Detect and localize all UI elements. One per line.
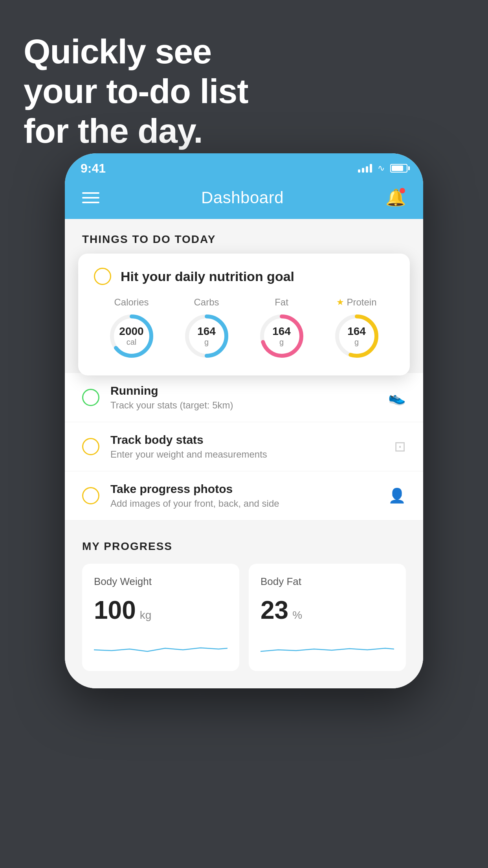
fat-ring: 164 g	[258, 313, 305, 360]
photos-name: Take progress photos	[110, 482, 377, 496]
body-fat-value: 23 %	[261, 596, 394, 625]
bodystats-checkbox[interactable]	[82, 438, 99, 455]
phone-screen: 9:41 ∿ Dashboard 🔔	[65, 153, 423, 688]
nutrition-circles: Calories 2000 cal	[94, 297, 394, 360]
todo-item-bodystats[interactable]: Track body stats Enter your weight and m…	[65, 422, 423, 471]
progress-cards: Body Weight 100 kg Body Fat 23 %	[82, 564, 406, 671]
bodystats-content: Track body stats Enter your weight and m…	[110, 433, 383, 460]
calories-item: Calories 2000 cal	[108, 297, 155, 360]
running-desc: Track your stats (target: 5km)	[110, 400, 377, 411]
battery-icon	[390, 164, 407, 173]
fat-item: Fat 164 g	[258, 297, 305, 360]
photos-icon: 👤	[388, 487, 406, 504]
body-weight-label: Body Weight	[94, 576, 227, 588]
notification-button[interactable]: 🔔	[385, 188, 406, 207]
todo-item-photos[interactable]: Take progress photos Add images of your …	[65, 471, 423, 520]
signal-icon	[358, 164, 372, 173]
body-weight-number: 100	[94, 596, 136, 625]
body-fat-label: Body Fat	[261, 576, 394, 588]
body-fat-unit: %	[292, 609, 302, 622]
progress-section: MY PROGRESS Body Weight 100 kg Body Fat	[65, 520, 423, 688]
menu-button[interactable]	[82, 192, 99, 203]
status-bar: 9:41 ∿	[65, 153, 423, 180]
todo-item-running[interactable]: Running Track your stats (target: 5km) 👟	[65, 373, 423, 422]
carbs-label: Carbs	[194, 297, 219, 308]
photos-desc: Add images of your front, back, and side	[110, 498, 377, 509]
todo-list: Running Track your stats (target: 5km) 👟…	[65, 373, 423, 520]
bodystats-icon: ⊡	[394, 438, 406, 455]
progress-title: MY PROGRESS	[82, 540, 406, 553]
fat-label: Fat	[275, 297, 288, 308]
calories-label: Calories	[114, 297, 149, 308]
nutrition-card-header: Hit your daily nutrition goal	[94, 268, 394, 285]
running-name: Running	[110, 384, 377, 397]
bodystats-desc: Enter your weight and measurements	[110, 449, 383, 460]
status-time: 9:41	[81, 161, 106, 176]
body-weight-chart	[94, 634, 227, 658]
protein-item: ★ Protein 164 g	[333, 297, 380, 360]
carbs-item: Carbs 164 g	[183, 297, 230, 360]
nutrition-card-title: Hit your daily nutrition goal	[121, 269, 294, 284]
calories-ring: 2000 cal	[108, 313, 155, 360]
things-section: THINGS TO DO TODAY Hit your daily nutrit…	[65, 219, 423, 375]
running-content: Running Track your stats (target: 5km)	[110, 384, 377, 411]
body-weight-value: 100 kg	[94, 596, 227, 625]
nutrition-card[interactable]: Hit your daily nutrition goal Calories	[78, 254, 410, 375]
wifi-icon: ∿	[378, 163, 385, 173]
carbs-ring: 164 g	[183, 313, 230, 360]
body-fat-card[interactable]: Body Fat 23 %	[249, 564, 406, 671]
body-fat-chart	[261, 634, 394, 658]
photos-checkbox[interactable]	[82, 487, 99, 504]
photos-content: Take progress photos Add images of your …	[110, 482, 377, 509]
phone-mockup: 9:41 ∿ Dashboard 🔔	[65, 153, 423, 853]
body-weight-unit: kg	[140, 609, 152, 622]
body-fat-number: 23	[261, 596, 288, 625]
things-section-title: THINGS TO DO TODAY	[82, 233, 406, 246]
header-title: Dashboard	[201, 188, 284, 207]
app-header: Dashboard 🔔	[65, 180, 423, 219]
nutrition-checkbox[interactable]	[94, 268, 111, 285]
protein-label: ★ Protein	[336, 297, 376, 308]
notification-badge	[400, 188, 405, 193]
status-icons: ∿	[358, 163, 407, 173]
body-weight-card[interactable]: Body Weight 100 kg	[82, 564, 239, 671]
protein-ring: 164 g	[333, 313, 380, 360]
running-icon: 👟	[388, 389, 406, 406]
bodystats-name: Track body stats	[110, 433, 383, 447]
running-checkbox[interactable]	[82, 389, 99, 406]
hero-text: Quickly see your to-do list for the day.	[24, 31, 248, 151]
star-icon: ★	[336, 297, 344, 307]
